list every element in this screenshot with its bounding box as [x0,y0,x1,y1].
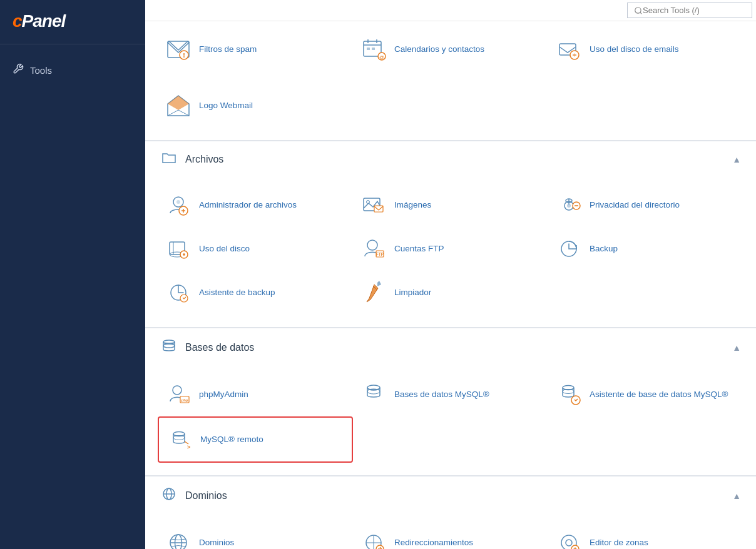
section-archivos: Archivos ▲ [145,141,756,328]
tool-asistente-bd[interactable]: Asistente de base de datos MySQL® [548,373,743,416]
zone-editor-icon [556,530,582,549]
svg-text:@: @ [379,54,384,60]
tool-mysql-remoto[interactable]: > MySQL® remoto [158,416,353,463]
sidebar-logo: cPanel [0,0,145,44]
tool-privacidad-directorio[interactable]: Privacidad del directorio [548,183,743,227]
svg-rect-11 [372,48,375,50]
mysql-remote-icon: > [166,426,193,453]
section-dominios-header-left: Dominios [160,486,227,505]
section-dominios-header[interactable]: Dominios ▲ [145,476,756,515]
svg-line-1 [640,12,642,14]
search-bar-area [145,0,756,21]
tool-editor-zonas[interactable]: Editor de zonas [548,521,743,549]
search-input-wrapper[interactable] [627,3,752,18]
section-bases-datos: Bases de datos ▲ php phpMyAdmin [145,328,756,476]
tools-grid-email-top: Filtros de spam @ [145,21,756,84]
main-content: Filtros de spam @ [145,0,756,549]
chevron-up-bases-datos: ▲ [732,343,741,353]
svg-marker-19 [168,96,189,110]
tool-asistente-backup[interactable]: Asistente de backup [158,271,353,315]
svg-point-5 [183,56,185,58]
cleaner-icon [360,280,387,306]
tool-calendarios-label: Calendarios y contactos [394,44,484,55]
svg-point-49 [173,386,181,395]
tool-limpiador[interactable]: Limpiador [353,271,548,315]
svg-text:FTP: FTP [376,252,384,256]
svg-point-63 [170,535,186,549]
section-archivos-header[interactable]: Archivos ▲ [145,141,756,177]
svg-point-64 [175,535,182,549]
search-icon [634,6,643,15]
cpanel-logo-text: cPanel [13,11,133,31]
tool-uso-disco-emails[interactable]: Uso del disco de emails [548,28,743,71]
svg-point-48 [163,344,175,348]
tool-dominios[interactable]: Dominios [158,521,353,549]
tool-imagenes-label: Imágenes [394,199,431,211]
chevron-up-archivos: ▲ [732,154,741,164]
tools-grid-dominios: Dominios Redireccionamien [145,515,756,549]
svg-point-45 [180,295,188,302]
file-manager-icon [165,192,192,218]
phpmyadmin-icon: php [165,381,192,408]
globe-icon [160,486,178,505]
tool-dominios-label: Dominios [199,537,234,548]
tool-cuentas-ftp-label: Cuentas FTP [394,243,444,254]
svg-point-23 [176,200,180,204]
tool-redireccionamientos[interactable]: Redireccionamientos [353,521,548,549]
section-archivos-title: Archivos [185,154,223,165]
tool-imagenes[interactable]: Imágenes [353,183,548,227]
tool-phpmyadmin[interactable]: php phpMyAdmin [158,373,353,416]
tool-backup[interactable]: Backup [548,227,743,271]
svg-point-33 [567,204,571,208]
svg-text:php: php [181,398,188,402]
redirects-icon [360,530,387,549]
domain-icon [165,530,192,549]
sidebar: cPanel Tools [0,0,145,549]
tool-logo-webmail-label: Logo Webmail [199,100,253,111]
section-bases-datos-header[interactable]: Bases de datos ▲ [145,328,756,366]
tool-cuentas-ftp[interactable]: FTP Cuentas FTP [353,227,548,271]
tool-asistente-backup-label: Asistente de backup [199,287,275,298]
backup-wizard-icon [165,280,192,306]
tool-redireccionamientos-label: Redireccionamientos [394,537,473,548]
tool-mysql-db-label: Bases de datos MySQL® [394,389,489,400]
tools-grid-archivos: Administrador de archivos [145,177,756,327]
tool-logo-webmail[interactable]: Logo Webmail [158,84,353,128]
tool-uso-disco[interactable]: Uso del disco [158,227,353,271]
tool-mysql-remoto-label: MySQL® remoto [200,434,263,445]
section-archivos-header-left: Archivos [160,151,223,167]
ftp-icon: FTP [360,236,387,262]
directory-privacy-icon [556,192,582,218]
tools-grid-logo-webmail: Logo Webmail [145,84,756,140]
spam-filter-icon [165,36,192,63]
svg-line-20 [168,110,178,116]
svg-point-72 [566,540,572,546]
tool-privacidad-directorio-label: Privacidad del directorio [590,199,680,211]
tool-backup-label: Backup [590,243,618,254]
tool-calendarios-contactos[interactable]: @ Calendarios y contactos [353,28,548,71]
svg-rect-10 [367,48,370,50]
svg-text:>: > [187,444,190,450]
svg-point-40 [367,240,377,250]
tool-editor-zonas-label: Editor de zonas [590,537,648,548]
wrench-icon [13,63,24,78]
sidebar-item-tools-label: Tools [30,65,52,76]
backup-icon [556,236,582,262]
section-email-top: Filtros de spam @ [145,21,756,141]
webmail-logo-icon [165,93,192,119]
tool-filtros-spam[interactable]: Filtros de spam [158,28,353,71]
search-input[interactable] [643,6,745,15]
section-dominios: Dominios ▲ Dominios [145,476,756,549]
folder-icon [160,151,178,167]
tool-mysql-db[interactable]: Bases de datos MySQL® [353,373,548,416]
disk-email-icon [556,36,582,63]
tool-uso-disco-label: Uso del disco [199,243,250,254]
sidebar-item-tools[interactable]: Tools [0,57,145,84]
disk-usage-icon [165,236,192,262]
svg-point-28 [367,201,370,204]
tool-admin-archivos[interactable]: Administrador de archivos [158,183,353,227]
calendar-contacts-icon: @ [360,36,387,63]
tool-asistente-bd-label: Asistente de base de datos MySQL® [590,389,728,400]
tools-grid-bases-datos: php phpMyAdmin Bases de datos MySQL® [145,366,756,475]
section-bases-datos-title: Bases de datos [185,342,254,353]
